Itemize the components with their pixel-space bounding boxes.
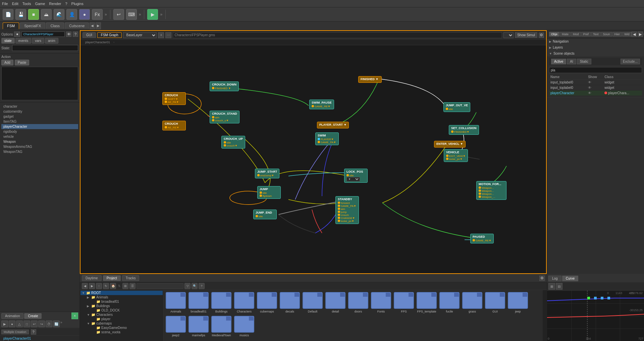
file-item-gui[interactable]: GUI xyxy=(485,292,505,313)
table-row[interactable]: input_toplabel0 👁 widget xyxy=(549,85,642,91)
save-btn[interactable]: 💾 xyxy=(15,9,26,20)
node-jump[interactable]: JUMP idle flydown xyxy=(257,186,281,199)
anim-tool-1[interactable]: ▶ xyxy=(1,321,8,327)
list-item-itemtag[interactable]: ItemTAG xyxy=(1,119,78,124)
tree-animals[interactable]: ▶ 📁 Animals xyxy=(80,295,163,299)
menu-plugins[interactable]: Plugins xyxy=(71,2,84,6)
tree-easygamedemo[interactable]: 📁 EasyGameDemo xyxy=(80,326,163,330)
list-item-rigidbody[interactable]: rigidbody xyxy=(1,129,78,134)
menu-game[interactable]: Game xyxy=(35,2,45,6)
add-btn[interactable]: Add xyxy=(1,60,13,65)
state-input[interactable] xyxy=(12,45,78,51)
obj-tab-mate[interactable]: Mate xyxy=(560,32,571,37)
file-item-characters[interactable]: Characters xyxy=(234,292,254,313)
tab-class[interactable]: Class xyxy=(46,22,64,29)
file-item-marinefps[interactable]: marinefps xyxy=(189,316,209,337)
cube-btn[interactable]: ■ xyxy=(28,9,39,20)
node-jump-out-ve[interactable]: JUMP_OUT_VE idle xyxy=(443,102,470,112)
cell-show[interactable]: 👁 xyxy=(587,85,603,91)
node-crouch2[interactable]: CROUCH AE_RE▼ xyxy=(162,121,186,130)
terrain-btn[interactable]: ⛰ xyxy=(41,9,52,20)
obj-tab-obje[interactable]: Obje xyxy=(549,32,559,37)
obj-tab-pref[interactable]: Pref xyxy=(581,32,591,37)
tree-buildings[interactable]: ▶ 📁 Buildings xyxy=(80,304,163,308)
list-item-weaponammotag[interactable]: WeaponAmmoTAG xyxy=(1,144,78,149)
menu-edit[interactable]: Edit xyxy=(12,2,18,6)
scene-objects-title[interactable]: ▼ Scene objects xyxy=(547,51,644,56)
obj-tab-text[interactable]: Text xyxy=(591,32,601,37)
list-item-customentity[interactable]: customentity xyxy=(1,109,78,114)
obj-tab-soun[interactable]: Soun xyxy=(601,32,612,37)
proj-list-btn[interactable]: ☰ xyxy=(129,283,136,289)
file-item-default[interactable]: Default xyxy=(303,292,323,313)
search-box[interactable] xyxy=(549,67,642,73)
tab-events[interactable]: events xyxy=(15,38,31,44)
file-item-buildings[interactable]: Buildings xyxy=(211,292,231,313)
curve-tab-log[interactable]: Log xyxy=(548,276,561,281)
node-swim[interactable]: SWIM PLAYER▼ GAME_PA▼ xyxy=(315,132,339,145)
help-btn[interactable]: ? xyxy=(73,32,78,37)
tree-broadleaf01[interactable]: 📁 broadleaf01 xyxy=(80,299,163,304)
file-item-broadleaf01[interactable]: broadleaf01 xyxy=(189,292,209,313)
tab-vars[interactable]: vars xyxy=(32,38,44,44)
tree-cubemaps[interactable]: ▼ 📁 cubemaps xyxy=(80,321,163,326)
fsm-path-input[interactable] xyxy=(173,32,502,38)
active-tab-static[interactable]: Static xyxy=(577,59,591,64)
right-arrow-left[interactable]: ◀ xyxy=(632,32,637,37)
project-scrollbar[interactable] xyxy=(543,290,547,341)
node-player-start[interactable]: PLAYER_START ▼ xyxy=(317,122,349,128)
undo-btn[interactable]: ↩ xyxy=(113,9,124,20)
list-item-gadget[interactable]: gadget xyxy=(1,114,78,119)
anim-tool-4[interactable]: □ xyxy=(23,321,30,327)
list-item-weapon[interactable]: Weapon xyxy=(1,139,78,144)
obj-tab-mod[interactable]: Mod xyxy=(571,32,581,37)
node-vehicle[interactable]: VEHICLE EXIT_VEHI▼ locke_po▼ xyxy=(444,149,468,162)
menu-file[interactable]: File xyxy=(2,2,8,6)
right-arrow-right[interactable]: ▶ xyxy=(638,32,643,37)
list-item-playercharacter[interactable]: playerCharacter xyxy=(1,124,78,129)
tab-anim[interactable]: anim xyxy=(45,38,58,44)
file-item-cubemaps[interactable]: cubemaps xyxy=(257,292,277,313)
node-motion-for[interactable]: MOTION_FOR... Weapon... Weapon... Weapon… xyxy=(476,181,506,200)
curve-tool-2[interactable]: ⊟ xyxy=(556,283,562,290)
node-jump-start[interactable]: JUMP_START endJump▼ xyxy=(255,169,279,178)
fsm-graph-tab[interactable]: FSM Graph xyxy=(97,32,122,38)
fx-btn[interactable]: Fx xyxy=(92,9,103,20)
multiple-creation-btn[interactable]: Multiple Creation xyxy=(1,330,29,334)
anim-tool-2[interactable]: ● xyxy=(9,321,15,327)
node-enter-vehicl[interactable]: ENTER_VEHICL ▼ xyxy=(434,141,466,148)
file-item-grass[interactable]: grass xyxy=(462,292,482,313)
obj-tab-wid[interactable]: Wid xyxy=(622,32,632,37)
anim-tool-6[interactable]: ↪ xyxy=(38,321,45,327)
node-crouch-up[interactable]: CROUCH_UP idle crouch▼ xyxy=(221,136,245,149)
proj-tab-tracks[interactable]: Tracks xyxy=(122,275,140,281)
proj-tab-daytime[interactable]: Daytime xyxy=(82,275,102,281)
node-crouch-stand[interactable]: CROUCH_STAND aim crouch_u▼ xyxy=(210,111,239,123)
menu-tools[interactable]: Tools xyxy=(22,2,31,6)
eye-toggle[interactable]: 👁 xyxy=(66,32,71,37)
new-btn[interactable]: 📄 xyxy=(3,9,13,20)
char-btn[interactable]: 👤 xyxy=(66,9,77,20)
file-item-musics[interactable]: musics xyxy=(234,316,254,337)
tab-state[interactable]: state xyxy=(1,38,15,44)
proj-search-input[interactable] xyxy=(137,283,183,289)
options-icon1[interactable]: ■ xyxy=(14,32,20,37)
fsm-layer-select[interactable]: BaseLayer xyxy=(123,32,157,38)
gui-tab[interactable]: GUI xyxy=(83,32,96,38)
menu-render[interactable]: Render xyxy=(49,2,61,6)
file-item-jeep[interactable]: jeep xyxy=(508,292,528,313)
file-item-medievaltown[interactable]: MedievalTown xyxy=(211,316,231,337)
file-item-fonts[interactable]: Fonts xyxy=(371,292,391,313)
proj-refresh-btn[interactable]: ↻ xyxy=(103,283,109,289)
paste-btn[interactable]: Paste xyxy=(15,60,30,65)
node-paused[interactable]: PAUSED GAME_RE▼ xyxy=(470,234,494,243)
file-item-decals[interactable]: decals xyxy=(280,292,300,313)
file-item-fps[interactable]: FPS xyxy=(394,292,414,313)
node-set-collusion[interactable]: SET_COLLUSION FINISHED▼ xyxy=(449,125,479,135)
show-simul-btn[interactable]: Show Simul xyxy=(515,32,537,38)
node-standby[interactable]: STANDBY forward GAME_PA▼ aim jump crouch… xyxy=(335,196,359,224)
curve-tool-1[interactable]: ⊞ xyxy=(548,283,555,290)
tree-characters[interactable]: ▼ 📁 Characters xyxy=(80,312,163,317)
node-lock-pos[interactable]: LOCK_POS idle ▼ xyxy=(344,169,368,183)
proj-up-btn[interactable]: ↑ xyxy=(96,283,102,289)
